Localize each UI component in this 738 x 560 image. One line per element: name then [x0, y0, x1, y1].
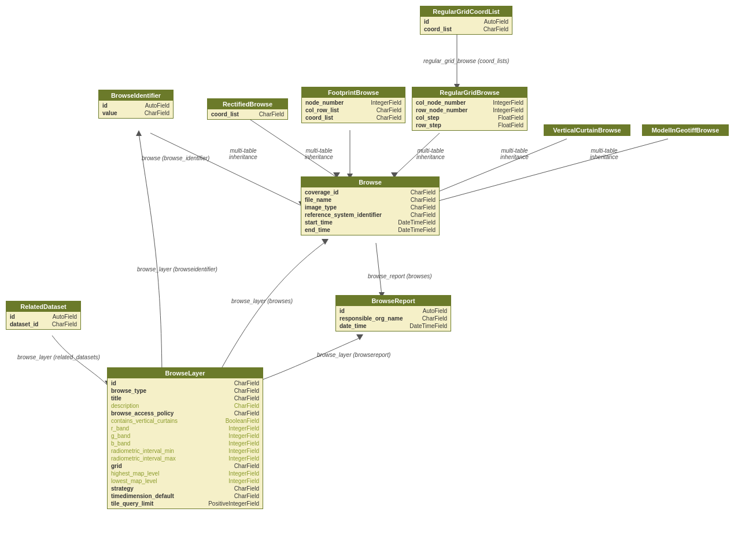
- field-type: CharField: [411, 189, 436, 196]
- field-type: IntegerField: [493, 107, 523, 113]
- table-row: highest_map_level IntegerField: [110, 470, 260, 477]
- field-name: id: [10, 314, 15, 320]
- label-modelInGeotiffInheritance: multi-table inheritance: [590, 148, 618, 160]
- field-type: CharField: [234, 380, 259, 386]
- entity-regularGridCoordList: RegularGridCoordList id AutoField coord_…: [420, 6, 512, 35]
- field-name: col_row_list: [305, 107, 339, 113]
- svg-marker-12: [356, 334, 363, 340]
- table-row: id AutoField: [101, 102, 171, 109]
- table-row: id AutoField: [423, 18, 510, 25]
- field-type: CharField: [234, 410, 259, 417]
- table-row: responsible_org_name CharField: [338, 315, 448, 322]
- entity-body-browseIdentifier: id AutoField value CharField: [99, 101, 173, 118]
- entity-footprintBrowse: FootprintBrowse node_number IntegerField…: [301, 87, 405, 123]
- field-type: IntegerField: [228, 448, 259, 454]
- field-name: strategy: [111, 485, 134, 492]
- field-name: value: [102, 110, 117, 116]
- field-name: tile_query_limit: [111, 500, 153, 507]
- entity-header-regularGridCoordList: RegularGridCoordList: [420, 6, 512, 17]
- entity-header-browseReport: BrowseReport: [336, 296, 451, 306]
- field-type: FloatField: [498, 122, 523, 128]
- table-row: dataset_id CharField: [9, 320, 78, 328]
- field-name: id: [102, 102, 108, 109]
- table-row: browse_type CharField: [110, 387, 260, 395]
- entity-body-browseReport: id AutoField responsible_org_name CharFi…: [336, 306, 451, 331]
- entity-header-regularGridBrowse: RegularGridBrowse: [412, 87, 527, 98]
- table-row: col_step FloatField: [415, 114, 525, 121]
- field-type: IntegerField: [228, 455, 259, 462]
- field-name: grid: [111, 463, 122, 469]
- table-row: description CharField: [110, 402, 260, 410]
- table-row: image_type CharField: [304, 204, 437, 211]
- field-type: CharField: [234, 493, 259, 499]
- entity-regularGridBrowse: RegularGridBrowse col_node_number Intege…: [412, 87, 527, 131]
- table-row: coord_list CharField: [423, 25, 510, 33]
- field-name: file_name: [305, 197, 331, 203]
- table-row: value CharField: [101, 109, 171, 117]
- field-name: dataset_id: [10, 321, 38, 327]
- field-type: DateTimeField: [409, 323, 447, 329]
- field-name: lowest_map_level: [111, 478, 157, 484]
- entity-body-regularGridBrowse: col_node_number IntegerField row_node_nu…: [412, 98, 527, 130]
- field-type: CharField: [411, 204, 436, 211]
- field-type: CharField: [422, 315, 447, 322]
- label-footprintInheritance: multi-table inheritance: [305, 148, 333, 160]
- entity-header-relatedDataset: RelatedDataset: [6, 301, 80, 312]
- diagram-container: RegularGridCoordList id AutoField coord_…: [0, 0, 738, 560]
- table-row: strategy CharField: [110, 485, 260, 492]
- field-name: end_time: [305, 227, 330, 233]
- field-type: CharField: [259, 111, 284, 117]
- field-name: contains_vertical_curtains: [111, 418, 178, 424]
- field-type: AutoField: [484, 19, 508, 25]
- field-name: coord_list: [211, 111, 239, 117]
- field-name: coord_list: [424, 26, 452, 32]
- field-type: CharField: [234, 403, 259, 409]
- label-rectifiedInheritance: multi-table inheritance: [229, 148, 257, 160]
- field-type: IntegerField: [228, 478, 259, 484]
- field-type: CharField: [377, 107, 401, 113]
- table-row: row_node_number IntegerField: [415, 106, 525, 114]
- field-name: row_step: [416, 122, 441, 128]
- label-verticalCurtainInheritance: multi-table inheritance: [500, 148, 529, 160]
- label-browseReportToBrowse: browse_report (browses): [368, 273, 432, 279]
- table-row: coord_list CharField: [304, 114, 403, 121]
- table-row: timedimension_default CharField: [110, 492, 260, 500]
- table-row: radiometric_interval_max IntegerField: [110, 455, 260, 462]
- field-type: CharField: [145, 110, 169, 116]
- label-browseIdentifierToBrowse: browse (browse_identifier): [142, 155, 209, 161]
- entity-body-footprintBrowse: node_number IntegerField col_row_list Ch…: [302, 98, 405, 123]
- field-name: col_step: [416, 115, 440, 121]
- entity-header-browseLayer: BrowseLayer: [108, 368, 263, 378]
- field-name: browse_type: [111, 388, 146, 394]
- label-browseLayerToBrowseIdentifier: browse_layer (browseidentifier): [137, 266, 217, 272]
- table-row: radiometric_interval_min IntegerField: [110, 447, 260, 455]
- table-row: coord_list CharField: [210, 110, 285, 118]
- table-row: node_number IntegerField: [304, 99, 403, 106]
- field-type: CharField: [234, 395, 259, 401]
- table-row: start_time DateTimeField: [304, 219, 437, 226]
- field-type: AutoField: [423, 308, 447, 314]
- field-type: CharField: [484, 26, 508, 32]
- field-type: DateTimeField: [398, 227, 436, 233]
- field-name: coverage_id: [305, 189, 338, 196]
- field-name: radiometric_interval_min: [111, 448, 174, 454]
- table-row: end_time DateTimeField: [304, 226, 437, 234]
- field-name: col_node_number: [416, 100, 466, 106]
- field-type: CharField: [234, 485, 259, 492]
- table-row: id AutoField: [338, 307, 448, 315]
- entity-body-relatedDataset: id AutoField dataset_id CharField: [6, 312, 80, 329]
- field-type: CharField: [411, 212, 436, 218]
- field-name: id: [111, 380, 116, 386]
- table-row: coverage_id CharField: [304, 189, 437, 196]
- field-type: CharField: [411, 197, 436, 203]
- field-type: BooleanField: [226, 418, 259, 424]
- field-name: id: [424, 19, 429, 25]
- field-name: start_time: [305, 219, 333, 226]
- table-row: r_band IntegerField: [110, 425, 260, 432]
- field-name: radiometric_interval_max: [111, 455, 176, 462]
- table-row: file_name CharField: [304, 196, 437, 204]
- field-name: row_node_number: [416, 107, 467, 113]
- label-browseLayerToBrowseReport: browse_layer (browsereport): [317, 352, 390, 358]
- table-row: contains_vertical_curtains BooleanField: [110, 417, 260, 425]
- svg-marker-11: [322, 239, 329, 245]
